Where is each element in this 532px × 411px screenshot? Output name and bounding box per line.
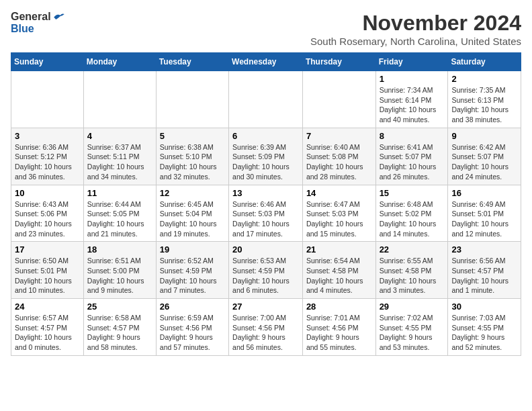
calendar-cell: 13Sunrise: 6:46 AMSunset: 5:03 PMDayligh… <box>229 185 303 242</box>
logo: General Blue <box>11 11 66 34</box>
day-number: 12 <box>160 188 225 198</box>
weekday-header-wednesday: Wednesday <box>229 53 303 71</box>
calendar-cell: 25Sunrise: 6:58 AMSunset: 4:57 PMDayligh… <box>83 299 156 356</box>
location-title: South Rosemary, North Carolina, United S… <box>310 36 521 47</box>
calendar-week-row: 1Sunrise: 7:34 AMSunset: 6:14 PMDaylight… <box>11 71 521 128</box>
calendar-header-row: SundayMondayTuesdayWednesdayThursdayFrid… <box>11 53 521 71</box>
day-number: 1 <box>380 74 445 84</box>
calendar-cell: 27Sunrise: 7:00 AMSunset: 4:56 PMDayligh… <box>229 299 303 356</box>
day-info: Sunrise: 6:58 AMSunset: 4:57 PMDaylight:… <box>87 313 152 353</box>
day-info: Sunrise: 6:52 AMSunset: 4:59 PMDaylight:… <box>160 256 225 295</box>
day-info: Sunrise: 6:59 AMSunset: 4:56 PMDaylight:… <box>160 313 225 353</box>
day-number: 7 <box>306 131 372 141</box>
calendar-cell: 3Sunrise: 6:36 AMSunset: 5:12 PMDaylight… <box>11 128 84 185</box>
day-info: Sunrise: 6:55 AMSunset: 4:58 PMDaylight:… <box>380 256 445 295</box>
day-info: Sunrise: 6:37 AMSunset: 5:11 PMDaylight:… <box>87 142 152 182</box>
day-info: Sunrise: 6:42 AMSunset: 5:07 PMDaylight:… <box>451 142 517 182</box>
day-number: 19 <box>160 244 225 255</box>
calendar-cell: 4Sunrise: 6:37 AMSunset: 5:11 PMDaylight… <box>83 128 156 185</box>
calendar-cell: 17Sunrise: 6:50 AMSunset: 5:01 PMDayligh… <box>11 242 84 299</box>
calendar-cell: 2Sunrise: 7:35 AMSunset: 6:13 PMDaylight… <box>448 71 521 128</box>
calendar-cell: 24Sunrise: 6:57 AMSunset: 4:57 PMDayligh… <box>11 299 84 356</box>
day-number: 17 <box>15 244 80 255</box>
day-info: Sunrise: 7:02 AMSunset: 4:55 PMDaylight:… <box>380 313 445 353</box>
calendar-cell: 10Sunrise: 6:43 AMSunset: 5:06 PMDayligh… <box>11 185 84 242</box>
weekday-header-tuesday: Tuesday <box>156 53 228 71</box>
header: General Blue November 2024 South Rosemar… <box>11 11 521 47</box>
day-number: 30 <box>451 302 517 312</box>
day-info: Sunrise: 7:03 AMSunset: 4:55 PMDaylight:… <box>451 313 517 353</box>
logo-general-text: General <box>11 11 51 23</box>
day-number: 20 <box>232 244 299 255</box>
weekday-header-friday: Friday <box>375 53 448 71</box>
calendar-week-row: 24Sunrise: 6:57 AMSunset: 4:57 PMDayligh… <box>11 299 521 356</box>
weekday-header-sunday: Sunday <box>11 53 84 71</box>
calendar-week-row: 3Sunrise: 6:36 AMSunset: 5:12 PMDaylight… <box>11 128 521 185</box>
calendar-cell: 6Sunrise: 6:39 AMSunset: 5:09 PMDaylight… <box>229 128 303 185</box>
day-number: 3 <box>15 131 80 141</box>
day-number: 23 <box>451 244 517 255</box>
day-number: 22 <box>380 244 445 255</box>
calendar-table: SundayMondayTuesdayWednesdayThursdayFrid… <box>11 52 521 356</box>
day-number: 5 <box>160 131 225 141</box>
calendar-cell: 1Sunrise: 7:34 AMSunset: 6:14 PMDaylight… <box>375 71 448 128</box>
calendar-cell: 7Sunrise: 6:40 AMSunset: 5:08 PMDaylight… <box>302 128 375 185</box>
day-number: 21 <box>306 244 372 255</box>
calendar-cell <box>302 71 375 128</box>
day-info: Sunrise: 6:48 AMSunset: 5:02 PMDaylight:… <box>380 199 445 239</box>
day-number: 10 <box>15 188 80 198</box>
calendar-cell: 15Sunrise: 6:48 AMSunset: 5:02 PMDayligh… <box>375 185 448 242</box>
day-number: 27 <box>232 302 299 312</box>
calendar-cell <box>83 71 156 128</box>
day-info: Sunrise: 7:00 AMSunset: 4:56 PMDaylight:… <box>232 313 299 353</box>
day-info: Sunrise: 6:51 AMSunset: 5:00 PMDaylight:… <box>87 256 152 295</box>
calendar-week-row: 17Sunrise: 6:50 AMSunset: 5:01 PMDayligh… <box>11 242 521 299</box>
weekday-header-saturday: Saturday <box>448 53 521 71</box>
calendar-cell: 11Sunrise: 6:44 AMSunset: 5:05 PMDayligh… <box>83 185 156 242</box>
day-number: 29 <box>380 302 445 312</box>
logo-bird-icon <box>52 12 66 21</box>
day-info: Sunrise: 6:36 AMSunset: 5:12 PMDaylight:… <box>15 142 80 182</box>
calendar-cell: 28Sunrise: 7:01 AMSunset: 4:56 PMDayligh… <box>302 299 375 356</box>
day-info: Sunrise: 6:49 AMSunset: 5:01 PMDaylight:… <box>451 199 517 239</box>
day-number: 2 <box>451 74 517 84</box>
day-info: Sunrise: 6:39 AMSunset: 5:09 PMDaylight:… <box>232 142 299 182</box>
day-info: Sunrise: 6:38 AMSunset: 5:10 PMDaylight:… <box>160 142 225 182</box>
calendar-cell: 5Sunrise: 6:38 AMSunset: 5:10 PMDaylight… <box>156 128 228 185</box>
day-info: Sunrise: 6:53 AMSunset: 4:59 PMDaylight:… <box>232 256 299 295</box>
day-number: 14 <box>306 188 372 198</box>
day-info: Sunrise: 6:50 AMSunset: 5:01 PMDaylight:… <box>15 256 80 295</box>
day-number: 6 <box>232 131 299 141</box>
calendar-cell: 20Sunrise: 6:53 AMSunset: 4:59 PMDayligh… <box>229 242 303 299</box>
calendar-cell: 18Sunrise: 6:51 AMSunset: 5:00 PMDayligh… <box>83 242 156 299</box>
day-number: 18 <box>87 244 152 255</box>
day-number: 16 <box>451 188 517 198</box>
day-info: Sunrise: 6:47 AMSunset: 5:03 PMDaylight:… <box>306 199 372 239</box>
day-number: 8 <box>380 131 445 141</box>
calendar-cell: 14Sunrise: 6:47 AMSunset: 5:03 PMDayligh… <box>302 185 375 242</box>
day-info: Sunrise: 6:41 AMSunset: 5:07 PMDaylight:… <box>380 142 445 182</box>
day-info: Sunrise: 6:44 AMSunset: 5:05 PMDaylight:… <box>87 199 152 239</box>
day-number: 28 <box>306 302 372 312</box>
day-info: Sunrise: 6:45 AMSunset: 5:04 PMDaylight:… <box>160 199 225 239</box>
day-number: 11 <box>87 188 152 198</box>
calendar-cell: 16Sunrise: 6:49 AMSunset: 5:01 PMDayligh… <box>448 185 521 242</box>
day-info: Sunrise: 6:54 AMSunset: 4:58 PMDaylight:… <box>306 256 372 295</box>
day-info: Sunrise: 7:35 AMSunset: 6:13 PMDaylight:… <box>451 85 517 125</box>
day-info: Sunrise: 6:57 AMSunset: 4:57 PMDaylight:… <box>15 313 80 353</box>
day-number: 25 <box>87 302 152 312</box>
calendar-cell: 8Sunrise: 6:41 AMSunset: 5:07 PMDaylight… <box>375 128 448 185</box>
calendar-cell: 21Sunrise: 6:54 AMSunset: 4:58 PMDayligh… <box>302 242 375 299</box>
calendar-cell <box>229 71 303 128</box>
day-number: 26 <box>160 302 225 312</box>
calendar-cell: 9Sunrise: 6:42 AMSunset: 5:07 PMDaylight… <box>448 128 521 185</box>
day-info: Sunrise: 6:46 AMSunset: 5:03 PMDaylight:… <box>232 199 299 239</box>
day-number: 15 <box>380 188 445 198</box>
calendar-cell: 29Sunrise: 7:02 AMSunset: 4:55 PMDayligh… <box>375 299 448 356</box>
calendar-cell <box>156 71 228 128</box>
calendar-cell: 19Sunrise: 6:52 AMSunset: 4:59 PMDayligh… <box>156 242 228 299</box>
day-info: Sunrise: 6:56 AMSunset: 4:57 PMDaylight:… <box>451 256 517 295</box>
month-title: November 2024 <box>310 11 521 36</box>
day-number: 4 <box>87 131 152 141</box>
weekday-header-thursday: Thursday <box>302 53 375 71</box>
